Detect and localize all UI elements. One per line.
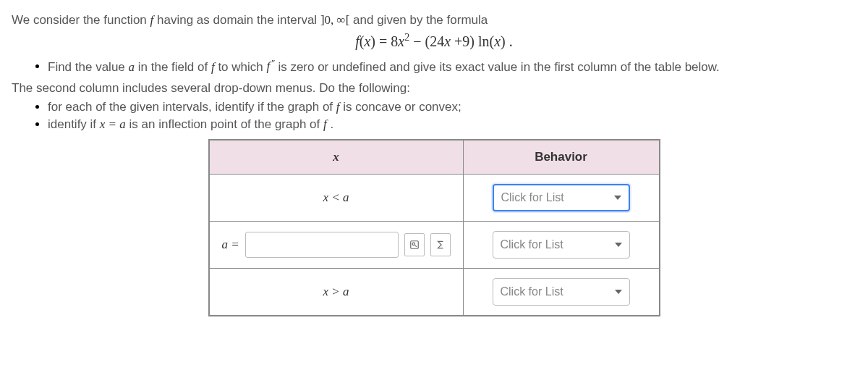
table-row: a = Click for List — [209, 222, 660, 269]
chevron-down-icon — [615, 243, 622, 247]
behavior-dropdown-2[interactable]: Click for List — [493, 231, 630, 259]
bullet-inflection: identify if x = a is an inflection point… — [48, 117, 856, 132]
row3-x: x > a — [323, 285, 349, 298]
bullet-find-value: Find the value a in the field of f to wh… — [48, 57, 856, 75]
header-x: x — [209, 140, 464, 175]
chevron-down-icon — [615, 290, 622, 294]
a-value-input[interactable] — [245, 232, 399, 258]
formula: f(x) = 8x2 − (24x +9) ln(x) . — [12, 32, 856, 50]
preview-icon[interactable] — [404, 233, 425, 256]
behavior-dropdown-1[interactable]: Click for List — [493, 184, 630, 211]
chevron-down-icon — [614, 196, 621, 200]
behavior-dropdown-3[interactable]: Click for List — [493, 278, 630, 306]
behavior-table: x Behavior x < a Click for List a = — [208, 139, 660, 316]
header-behavior: Behavior — [463, 140, 660, 175]
svg-line-2 — [414, 246, 416, 247]
row1-x: x < a — [323, 190, 349, 204]
second-column-intro: The second column includes several drop-… — [12, 81, 856, 96]
table-row: x > a Click for List — [209, 269, 660, 316]
sigma-icon[interactable] — [430, 233, 451, 256]
intro-line: We consider the function f having as dom… — [12, 13, 856, 28]
svg-point-1 — [412, 243, 415, 246]
a-equals-label: a = — [221, 238, 239, 252]
table-row: x < a Click for List — [209, 175, 660, 222]
bullet-concave-convex: for each of the given intervals, identif… — [48, 100, 856, 114]
